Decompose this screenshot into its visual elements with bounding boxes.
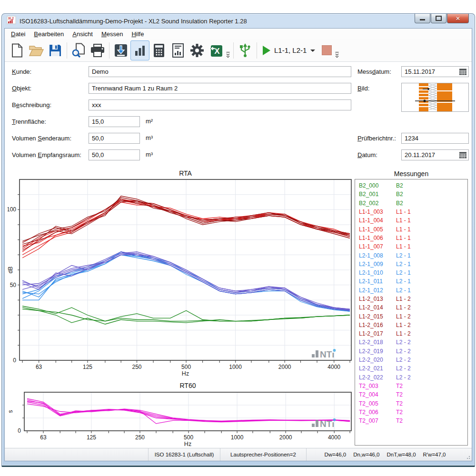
menu-item[interactable]: Hilfe (127, 29, 148, 39)
list-item[interactable]: L1-2_015 L1 - 2 (355, 312, 467, 320)
measurement-type: T2 (396, 391, 403, 398)
list-item[interactable]: L2-2_020 L2 - 2 (355, 356, 467, 364)
status-metrics: Dw=46,0Dn,w=46,0DnT,w=48,0R'w=47,0 (306, 448, 464, 461)
list-item[interactable]: T2_003 T2 (355, 382, 467, 390)
measurement-type: L1 - 1 (396, 243, 411, 250)
pruefbericht-input[interactable] (402, 135, 468, 142)
list-item[interactable]: L1-1_003 L1 - 1 (355, 208, 467, 216)
measurement-name: L2-2_018 (359, 339, 393, 346)
list-item[interactable]: B2_001 B2 (355, 190, 467, 198)
svg-text:125: 125 (83, 364, 92, 370)
settings-button[interactable] (188, 40, 207, 60)
list-item[interactable]: L2-2_022 L2 - 2 (355, 373, 467, 382)
list-item[interactable]: L2-1_010 L2 - 1 (355, 268, 467, 277)
list-item[interactable]: B2_000 B2 (355, 181, 467, 190)
svg-text:NTı: NTı (320, 349, 335, 359)
measurement-type: L2 - 1 (396, 278, 411, 285)
open-project-button[interactable] (27, 40, 46, 60)
measurement-selection-dropdown[interactable] (310, 50, 315, 52)
close-button[interactable]: ✕ (447, 14, 469, 23)
menu-item[interactable]: Messen (97, 29, 128, 39)
messdatum-calendar-button[interactable] (457, 67, 468, 77)
senderaum-label: Volumen Senderaum: (12, 135, 71, 142)
list-item[interactable]: L2-1_008 L2 - 1 (355, 251, 467, 259)
main-content: Kunde: Objekt: Beschreibung: Trennfläche… (5, 62, 472, 448)
toolbar-separator (109, 42, 109, 59)
calculator-button[interactable] (149, 40, 169, 60)
resize-grip[interactable] (464, 448, 472, 461)
save-button[interactable] (46, 40, 65, 60)
objekt-label: Objekt: (12, 85, 31, 92)
measurement-name: L1-1_005 (359, 226, 393, 233)
beschreibung-input[interactable] (89, 101, 351, 109)
list-item[interactable]: L1-2_014 L1 - 2 (355, 303, 467, 312)
trennflaeche-input[interactable] (89, 118, 139, 125)
toolbar-overflow-button[interactable] (226, 41, 231, 60)
list-item[interactable]: L2-1_012 L2 - 1 (355, 286, 467, 295)
measurement-type: L2 - 2 (396, 374, 411, 381)
list-item[interactable]: L2-2_019 L2 - 2 (355, 347, 467, 356)
objekt-input[interactable] (89, 85, 351, 92)
usb-connect-button[interactable] (236, 40, 255, 60)
measurement-type: L2 - 2 (396, 357, 411, 363)
report-button[interactable] (169, 40, 188, 60)
print-preview-button[interactable] (69, 40, 88, 60)
kunde-input[interactable] (89, 68, 351, 75)
status-speaker-positions: Lautsprecher-Positionen=2 (220, 448, 306, 461)
app-window: XL2 ISO16283-Luftschalldämmung-Demo-Proj… (1, 13, 475, 467)
list-item[interactable]: B2_002 B2 (355, 199, 467, 208)
measurement-type: L1 - 2 (396, 313, 411, 320)
toolbar-overflow-button[interactable] (335, 41, 340, 60)
messungen-listbox[interactable]: B2_000 B2 B2_001 B2 B2_002 B2 L1-1_003 L… (355, 179, 468, 446)
measurement-name: L1-1_004 (359, 217, 393, 224)
start-measurement-button[interactable] (263, 46, 270, 55)
list-item[interactable]: L2-1_009 L2 - 1 (355, 260, 467, 268)
bild-image-box[interactable] (401, 83, 469, 112)
list-item[interactable]: L2-2_018 L2 - 2 (355, 338, 467, 347)
empfangsraum-input[interactable] (89, 151, 139, 159)
measurement-name: L2-1_011 (359, 278, 393, 285)
senderaum-input[interactable] (89, 135, 139, 142)
menu-item[interactable]: Datei (7, 29, 30, 39)
svg-text:Hz: Hz (184, 441, 191, 447)
list-item[interactable]: L1-2_017 L1 - 2 (355, 329, 467, 338)
measurement-name: L1-2_017 (359, 330, 393, 337)
minimize-button[interactable] (415, 14, 430, 23)
list-item[interactable]: L1-1_006 L1 - 1 (355, 234, 467, 242)
report-page-icon (172, 43, 184, 58)
excel-export-button[interactable]: X (207, 40, 226, 60)
datum-calendar-button[interactable] (457, 150, 468, 160)
measurement-name: L1-2_015 (359, 313, 393, 320)
svg-text:500: 500 (181, 364, 191, 370)
list-item[interactable]: L2-1_011 L2 - 1 (355, 277, 467, 286)
datum-input[interactable] (402, 151, 457, 159)
list-item[interactable]: T2_007 T2 (355, 416, 467, 425)
gear-icon (190, 43, 204, 58)
print-button[interactable] (88, 40, 107, 60)
show-chart-button[interactable] (130, 40, 149, 60)
list-item[interactable]: L1-2_013 L1 - 2 (355, 295, 467, 303)
list-item[interactable]: T2_006 T2 (355, 408, 467, 416)
messdatum-input[interactable] (402, 68, 457, 75)
import-measurements-button[interactable] (111, 40, 130, 60)
list-item[interactable]: L1-1_004 L1 - 1 (355, 216, 467, 225)
list-item[interactable]: T2_004 T2 (355, 390, 467, 399)
new-project-button[interactable] (8, 40, 27, 60)
list-item[interactable]: L1-1_005 L1 - 1 (355, 225, 467, 233)
open-folder-icon (29, 44, 44, 57)
menu-item[interactable]: Ansicht (68, 29, 97, 39)
beschreibung-label: Beschreibung: (12, 101, 51, 109)
svg-text:XL2: XL2 (8, 17, 14, 20)
list-item[interactable]: L1-1_007 L1 - 1 (355, 242, 467, 251)
trennflaeche-unit: m² (146, 118, 153, 125)
stop-measurement-button[interactable] (322, 45, 332, 55)
list-item[interactable]: L1-2_016 L1 - 2 (355, 321, 467, 329)
measurement-name: L2-1_008 (359, 252, 393, 259)
list-item[interactable]: L2-2_021 L2 - 2 (355, 364, 467, 373)
rta-chart-title: RTA (20, 169, 351, 177)
menu-item[interactable]: Bearbeiten (30, 29, 68, 39)
svg-text:500: 500 (184, 434, 193, 441)
list-item[interactable]: T2_005 T2 (355, 399, 467, 407)
maximize-button[interactable] (431, 14, 446, 23)
measurement-name: T2_004 (359, 391, 393, 398)
